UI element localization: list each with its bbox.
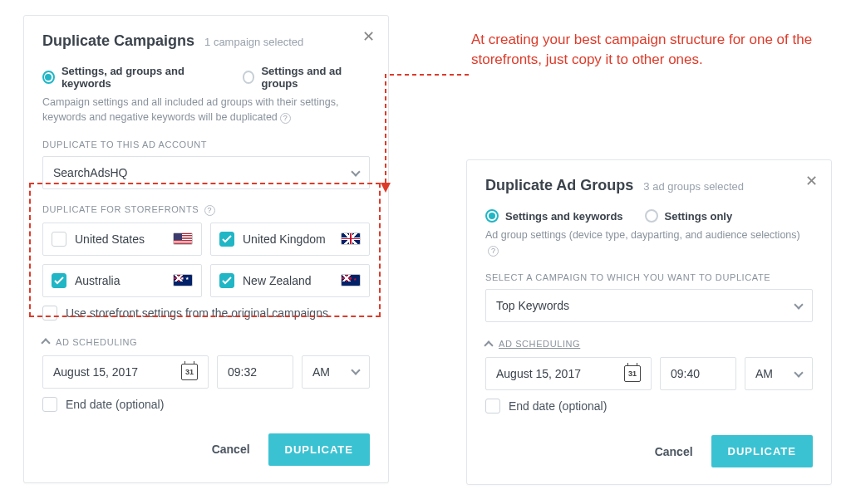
date-input[interactable]: August 15, 2017 31: [485, 357, 652, 390]
date-value: August 15, 2017: [496, 367, 581, 380]
checkbox-label: End date (optional): [66, 398, 164, 411]
end-date-checkbox[interactable]: End date (optional): [42, 397, 370, 412]
use-original-checkbox[interactable]: Use storefront settings from the origina…: [42, 306, 370, 321]
duplicate-ad-groups-dialog: Duplicate Ad Groups 3 ad groups selected…: [466, 159, 832, 485]
ampm-value: AM: [312, 365, 330, 379]
ampm-select[interactable]: AM: [745, 357, 813, 390]
storefront-name: United Kingdom: [243, 232, 326, 246]
ad-account-select[interactable]: SearchAdsHQ: [42, 156, 370, 189]
help-icon[interactable]: ?: [204, 205, 215, 216]
close-icon[interactable]: ✕: [362, 27, 375, 46]
radio-settings-keywords[interactable]: Settings and keywords: [485, 209, 623, 223]
select-value: SearchAdsHQ: [53, 166, 127, 179]
help-icon[interactable]: ?: [280, 113, 291, 124]
campaign-select[interactable]: Top Keywords: [485, 289, 813, 322]
annotation-callout: At creating your best campaign structure…: [471, 30, 814, 70]
flag-us-icon: [173, 232, 193, 245]
radio-settings-groups-keywords[interactable]: Settings, ad groups and keywords: [42, 65, 221, 90]
close-icon[interactable]: ✕: [805, 172, 818, 190]
checkbox-icon: [219, 232, 234, 247]
time-value: 09:40: [671, 367, 700, 380]
duplicate-button[interactable]: DUPLICATE: [711, 435, 813, 467]
storefront-grid: United States United Kingdom Australia N…: [42, 223, 370, 297]
select-value: Top Keywords: [496, 299, 569, 312]
time-input[interactable]: 09:32: [217, 355, 293, 389]
checkbox-label: Use storefront settings from the origina…: [66, 306, 328, 320]
date-value: August 15, 2017: [53, 365, 138, 379]
storefront-name: United States: [75, 232, 145, 246]
account-label: DUPLICATE TO THIS AD ACCOUNT: [42, 139, 370, 149]
chevron-down-icon: [351, 167, 360, 176]
calendar-icon: 31: [624, 365, 641, 382]
radio-icon: [42, 71, 55, 84]
dialog-title: Duplicate Campaigns: [42, 32, 194, 50]
help-text: Ad group settings (device type, dayparti…: [485, 228, 813, 257]
calendar-icon: 31: [181, 364, 198, 380]
radio-settings-groups[interactable]: Settings and ad groups: [243, 65, 370, 90]
ad-scheduling-toggle[interactable]: AD SCHEDULING: [42, 337, 370, 347]
chevron-down-icon: [794, 300, 803, 309]
checkbox-icon: [485, 399, 500, 413]
ampm-value: AM: [755, 367, 773, 380]
checkbox-icon: [52, 232, 66, 247]
chevron-up-icon: [484, 340, 493, 350]
storefront-nz[interactable]: New Zealand: [210, 264, 370, 297]
end-date-checkbox[interactable]: End date (optional): [485, 399, 813, 413]
radio-icon: [645, 209, 658, 223]
ad-scheduling-toggle[interactable]: AD SCHEDULING: [485, 339, 813, 349]
storefront-label: DUPLICATE FOR STOREFRONTS ?: [42, 204, 370, 216]
ampm-select[interactable]: AM: [302, 355, 370, 389]
flag-uk-icon: [341, 232, 361, 245]
campaign-label: SELECT A CAMPAIGN TO WHICH YOU WANT TO D…: [485, 272, 813, 282]
cancel-button[interactable]: Cancel: [212, 443, 250, 456]
storefront-uk[interactable]: United Kingdom: [210, 223, 370, 256]
chevron-up-icon: [41, 339, 50, 348]
radio-label: Settings only: [665, 210, 733, 223]
selection-count: 1 campaign selected: [204, 36, 303, 48]
storefront-us[interactable]: United States: [42, 223, 202, 256]
cancel-button[interactable]: Cancel: [655, 445, 693, 458]
checkbox-icon: [219, 273, 234, 288]
duplicate-button[interactable]: DUPLICATE: [268, 433, 370, 466]
storefront-name: Australia: [75, 274, 120, 287]
chevron-down-icon: [351, 366, 360, 375]
help-icon[interactable]: ?: [488, 246, 499, 257]
radio-label: Settings and ad groups: [261, 65, 370, 90]
radio-label: Settings, ad groups and keywords: [61, 65, 221, 90]
storefront-name: New Zealand: [243, 274, 312, 287]
radio-icon: [243, 71, 255, 84]
checkbox-label: End date (optional): [509, 399, 607, 413]
time-input[interactable]: 09:40: [660, 357, 736, 390]
time-value: 09:32: [228, 365, 257, 379]
checkbox-icon: [42, 397, 57, 412]
radio-settings-only[interactable]: Settings only: [645, 209, 733, 223]
help-text: Campaign settings and all included ad gr…: [42, 95, 370, 125]
radio-label: Settings and keywords: [505, 210, 623, 223]
duplicate-campaigns-dialog: Duplicate Campaigns 1 campaign selected …: [23, 15, 389, 483]
checkbox-icon: [52, 273, 66, 288]
chevron-down-icon: [794, 368, 803, 377]
annotation-arrow-icon: [382, 70, 472, 203]
radio-icon: [485, 209, 499, 223]
storefront-au[interactable]: Australia: [42, 264, 202, 297]
checkbox-icon: [42, 306, 57, 321]
dialog-title: Duplicate Ad Groups: [485, 177, 633, 194]
date-input[interactable]: August 15, 2017 31: [42, 355, 209, 389]
selection-count: 3 ad groups selected: [643, 180, 744, 193]
flag-au-icon: [173, 274, 193, 286]
flag-nz-icon: [341, 274, 361, 286]
